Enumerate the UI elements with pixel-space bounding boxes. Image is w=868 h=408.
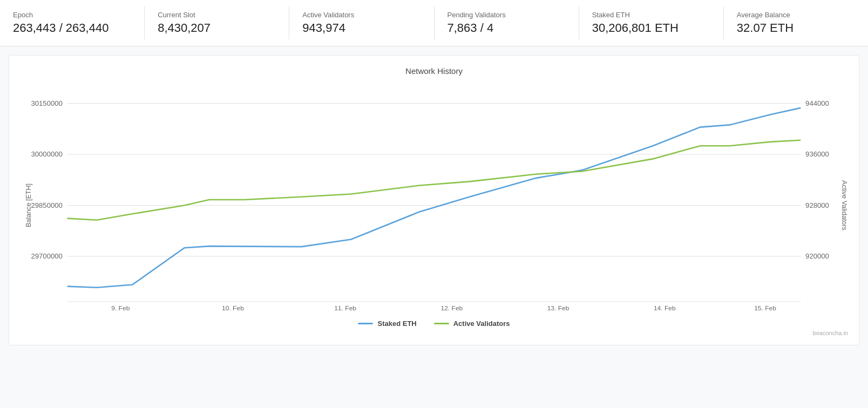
- svg-text:Epoch 261960: Epoch 261960: [99, 312, 141, 313]
- staked-eth-line: [67, 108, 801, 288]
- stat-average-balance: Average Balance32.07 ETH: [724, 6, 868, 39]
- staked-eth-legend-label: Staked ETH: [377, 319, 416, 328]
- staked-eth-legend-item: Staked ETH: [358, 319, 416, 328]
- svg-text:13. Feb: 13. Feb: [547, 304, 569, 312]
- staked-eth-legend-line: [358, 323, 373, 324]
- svg-text:928000: 928000: [805, 201, 829, 209]
- svg-text:Epoch 262635: Epoch 262635: [431, 312, 473, 313]
- svg-text:Epoch 262185: Epoch 262185: [212, 312, 254, 313]
- stat-pending-validators-label: Pending Validators: [447, 11, 566, 19]
- stat-active-validators: Active Validators943,974: [289, 6, 434, 39]
- network-history-chart: 30150000 30000000 29850000 29700000 9440…: [20, 86, 848, 313]
- stat-pending-validators: Pending Validators7,863 / 4: [435, 6, 579, 39]
- stat-pending-validators-value: 7,863 / 4: [447, 21, 566, 35]
- svg-text:Epoch 262860: Epoch 262860: [537, 312, 579, 313]
- svg-text:Epoch 263085: Epoch 263085: [643, 312, 686, 313]
- svg-text:Balance [ETH]: Balance [ETH]: [24, 183, 32, 227]
- svg-text:14. Feb: 14. Feb: [654, 304, 676, 312]
- stats-bar: Epoch263,443 / 263,440Current Slot8,430,…: [0, 0, 868, 46]
- active-validators-legend-line: [434, 323, 449, 324]
- svg-text:9. Feb: 9. Feb: [111, 304, 130, 312]
- svg-text:30000000: 30000000: [31, 150, 62, 158]
- chart-title: Network History: [20, 66, 848, 76]
- stat-epoch: Epoch263,443 / 263,440: [0, 6, 145, 39]
- svg-text:10. Feb: 10. Feb: [222, 304, 244, 312]
- svg-text:936000: 936000: [805, 150, 829, 158]
- chart-area: 30150000 30000000 29850000 29700000 9440…: [20, 86, 848, 313]
- svg-text:12. Feb: 12. Feb: [440, 304, 463, 312]
- svg-text:Active Validators: Active Validators: [840, 180, 848, 230]
- stat-epoch-value: 263,443 / 263,440: [13, 21, 131, 35]
- stat-current-slot-value: 8,430,207: [158, 21, 276, 35]
- svg-text:944000: 944000: [805, 99, 829, 107]
- svg-text:29850000: 29850000: [31, 201, 62, 209]
- svg-text:29700000: 29700000: [31, 252, 62, 260]
- stat-epoch-label: Epoch: [13, 11, 131, 19]
- chart-legend: Staked ETH Active Validators: [20, 319, 848, 328]
- active-validators-legend-label: Active Validators: [453, 319, 510, 328]
- svg-text:11. Feb: 11. Feb: [334, 304, 356, 312]
- svg-text:Epoch 262410: Epoch 262410: [324, 312, 367, 313]
- stat-current-slot-label: Current Slot: [158, 11, 276, 19]
- watermark: beaconcha.in: [20, 330, 848, 336]
- stat-current-slot: Current Slot8,430,207: [145, 6, 289, 39]
- stat-staked-eth-value: 30,206,801 ETH: [592, 21, 710, 35]
- active-validators-legend-item: Active Validators: [434, 319, 510, 328]
- svg-text:30150000: 30150000: [31, 99, 62, 107]
- stat-average-balance-value: 32.07 ETH: [737, 21, 855, 35]
- stat-active-validators-value: 943,974: [302, 21, 421, 35]
- chart-container: Network History 30150000 30000000 298500…: [9, 55, 859, 345]
- stat-average-balance-label: Average Balance: [737, 11, 855, 19]
- stat-active-validators-label: Active Validators: [302, 11, 421, 19]
- stat-staked-eth-label: Staked ETH: [592, 11, 710, 19]
- svg-text:15. Feb: 15. Feb: [754, 304, 776, 312]
- stat-staked-eth: Staked ETH30,206,801 ETH: [579, 6, 724, 39]
- svg-text:920000: 920000: [805, 252, 829, 260]
- svg-text:Epoch 263310: Epoch 263310: [744, 312, 786, 313]
